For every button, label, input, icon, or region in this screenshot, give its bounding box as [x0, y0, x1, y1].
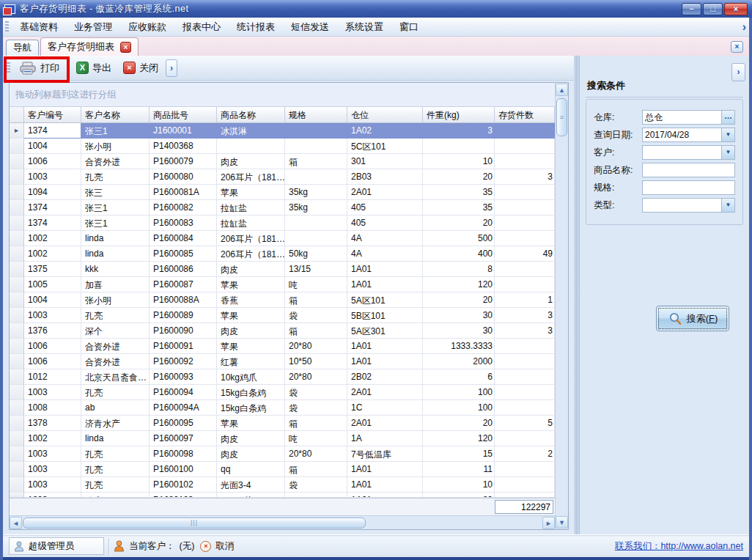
export-button[interactable]: X 导出 — [70, 59, 117, 78]
scroll-up-icon[interactable]: ▲ — [556, 84, 568, 96]
grid-cell[interactable]: 206耳片（181… — [217, 246, 285, 262]
grid-cell[interactable]: P1400368 — [150, 139, 217, 154]
grid-cell[interactable] — [495, 231, 555, 246]
grid-cell[interactable]: P1600094 — [150, 385, 217, 400]
grid-cell[interactable]: 3 — [495, 308, 555, 323]
grid-cell[interactable]: 冰淇淋 — [217, 123, 285, 139]
grid-cell[interactable]: 1003 — [24, 446, 81, 462]
grid-cell[interactable]: 箱 — [285, 416, 347, 431]
grid-cell[interactable]: 肉皮 — [217, 446, 285, 462]
grid-cell[interactable]: 1333.3333 — [423, 339, 495, 354]
grid-cell[interactable]: 1006 — [24, 354, 81, 369]
grid-cell[interactable]: 1A01 — [347, 493, 423, 498]
grid-cell[interactable]: 红薯 — [217, 354, 285, 369]
grid-cell[interactable]: 张小明 — [81, 292, 150, 308]
grid-cell[interactable] — [495, 354, 555, 369]
grid-cell[interactable]: 2A01 — [347, 385, 423, 400]
grid-cell[interactable]: 20 — [423, 292, 495, 308]
menu-item[interactable]: 基础资料 — [12, 18, 66, 36]
grid-cell[interactable]: P1600093 — [150, 369, 217, 385]
grid-cell[interactable]: 箱 — [285, 154, 347, 169]
grid-cell[interactable]: P1600089 — [150, 308, 217, 323]
grid-cell[interactable]: 箱 — [285, 323, 347, 339]
dropdown-arrow-icon[interactable]: ▼ — [721, 146, 734, 159]
grid-cell[interactable]: 1A01 — [347, 477, 423, 493]
print-button[interactable]: 打印 — [13, 59, 65, 78]
grid-cell[interactable]: 2A01 — [347, 416, 423, 431]
grid-cell[interactable]: 孔亮 — [81, 385, 150, 400]
grid-cell[interactable]: 10*50 — [285, 354, 347, 369]
group-by-panel[interactable]: 拖动列标题到这进行分组 — [10, 83, 555, 107]
column-header[interactable]: 规格 — [285, 107, 347, 123]
table-row[interactable]: 1374张三1P1600083拉缸盐40520 — [10, 215, 555, 231]
minimize-button[interactable]: – — [682, 3, 701, 15]
grid-cell[interactable]: 100 — [423, 400, 495, 416]
grid-cell[interactable]: 1003 — [24, 169, 81, 185]
grid-cell[interactable]: P1600079 — [150, 154, 217, 169]
grid-cell[interactable]: 1374 — [24, 200, 81, 215]
column-header[interactable]: 存货件数 — [495, 107, 555, 123]
grid-cell[interactable]: 20 — [423, 169, 495, 185]
grid-cell[interactable]: 吨 — [285, 431, 347, 446]
table-row[interactable]: 1003孔亮P160009415kg白条鸡袋2A01100 — [10, 385, 555, 400]
grid-cell[interactable]: kkk — [81, 262, 150, 277]
grid-cell[interactable] — [495, 154, 555, 169]
grid-cell[interactable]: 1094 — [24, 185, 81, 200]
grid-cell[interactable]: 20*80 — [285, 339, 347, 354]
table-row[interactable]: 1003孔亮P1600089苹果袋5B区101303 — [10, 308, 555, 323]
grid-cell[interactable]: 5A区301 — [347, 323, 423, 339]
grid-cell[interactable]: 1002 — [24, 431, 81, 446]
grid-cell[interactable]: 孔亮 — [81, 169, 150, 185]
grid-cell[interactable]: 苹果 — [217, 339, 285, 354]
field-input[interactable]: ▼ — [642, 198, 735, 213]
grid-cell[interactable]: P1600088A — [150, 292, 217, 308]
grid-cell[interactable]: 120 — [423, 277, 495, 292]
tab-客户存货明细表[interactable]: 客户存货明细表× — [40, 37, 139, 56]
column-header[interactable]: 客户编号 — [24, 107, 81, 123]
grid-cell[interactable]: P1600083 — [150, 215, 217, 231]
grid-cell[interactable]: 2000 — [423, 354, 495, 369]
grid-cell[interactable]: qq — [217, 462, 285, 477]
grid-cell[interactable]: 张小明 — [81, 139, 150, 154]
grid-cell[interactable]: 1374 — [24, 123, 81, 139]
grid-cell[interactable]: 3 — [423, 123, 495, 139]
grid-cell[interactable]: P1600086 — [150, 262, 217, 277]
column-header[interactable]: 件重(kg) — [423, 107, 495, 123]
grid-cell[interactable]: 孔亮 — [81, 462, 150, 477]
grid-cell[interactable]: 加喜 — [81, 277, 150, 292]
table-row[interactable]: 1006合资外进P1600079肉皮箱30110 — [10, 154, 555, 169]
grid-cell[interactable]: 6 — [423, 369, 495, 385]
scroll-down-icon[interactable]: ▼ — [556, 516, 568, 528]
grid-cell[interactable] — [495, 185, 555, 200]
grid-cell[interactable]: 5B区101 — [347, 308, 423, 323]
table-row[interactable]: 1003孔亮P1600103206耳片（181箱1A0120 — [10, 493, 555, 498]
grid-cell[interactable]: 合资外进 — [81, 339, 150, 354]
table-row[interactable]: 1002lindaP1600085206耳片（181…50kg4A40049 — [10, 246, 555, 262]
grid-cell[interactable]: 箱 — [285, 292, 347, 308]
grid-cell[interactable]: 袋 — [285, 385, 347, 400]
grid-cell[interactable]: P1600095 — [150, 416, 217, 431]
grid-cell[interactable]: 35 — [423, 200, 495, 215]
grid-cell[interactable]: 400 — [423, 246, 495, 262]
grid-cell[interactable]: 苹果 — [217, 308, 285, 323]
dropdown-arrow-icon[interactable]: ▼ — [721, 128, 734, 141]
grid-cell[interactable]: 20 — [423, 416, 495, 431]
vertical-scroll-thumb[interactable]: ≡ — [556, 98, 567, 136]
grid-cell[interactable]: 拉缸盐 — [217, 215, 285, 231]
grid-cell[interactable]: linda — [81, 431, 150, 446]
grid-cell[interactable]: 8 — [423, 262, 495, 277]
table-row[interactable]: 1003孔亮P1600102光面3-4袋1A0110 — [10, 477, 555, 493]
grid-cell[interactable]: 206耳片（181… — [217, 169, 285, 185]
grid-cell[interactable]: 5C区101 — [347, 139, 423, 154]
grid-cell[interactable] — [495, 262, 555, 277]
grid-cell[interactable]: 张三 — [81, 185, 150, 200]
search-button[interactable]: 搜索(F) — [656, 306, 729, 331]
grid-cell[interactable]: 1A01 — [347, 277, 423, 292]
panel-collapse-icon[interactable]: › — [731, 63, 745, 81]
grid-cell[interactable]: 35 — [423, 185, 495, 200]
grid-cell[interactable]: 120 — [423, 431, 495, 446]
grid-cell[interactable] — [285, 169, 347, 185]
grid-cell[interactable]: 1A01 — [347, 339, 423, 354]
grid-cell[interactable]: 1003 — [24, 477, 81, 493]
scroll-right-icon[interactable]: ► — [542, 517, 555, 529]
